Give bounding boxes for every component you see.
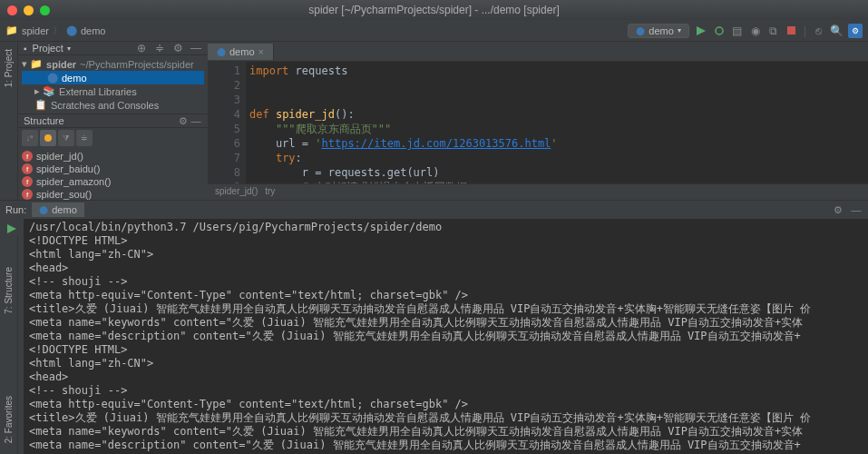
debug-icon[interactable] bbox=[713, 25, 726, 37]
maximize-window[interactable] bbox=[40, 5, 50, 15]
close-window[interactable] bbox=[7, 5, 17, 15]
expand-button[interactable]: ≑ bbox=[76, 130, 93, 146]
window-title: spider [~/PycharmProjects/spider] - .../… bbox=[308, 4, 559, 16]
run-output[interactable]: /usr/local/bin/python3.7 /Users/pig/Pych… bbox=[24, 219, 868, 454]
rerun-icon[interactable] bbox=[5, 222, 18, 235]
python-icon: ⬤ bbox=[636, 26, 645, 35]
stop-icon[interactable] bbox=[785, 25, 798, 37]
project-tree[interactable]: ▾ 📁 spider ~/PycharmProjects/spider ⬤ de… bbox=[18, 55, 208, 114]
code-area[interactable]: 1234567891011 import requests def spider… bbox=[208, 62, 868, 183]
gear-icon[interactable]: ⚙ bbox=[171, 42, 184, 54]
folder-icon: 📁 bbox=[5, 25, 18, 36]
structure-fn[interactable]: fspider_jd() bbox=[22, 150, 204, 163]
structure-toolbar: ↓ᵃ ⧩ ≑ bbox=[18, 128, 208, 148]
main-toolbar: 📁 spider 〉 ⬤ demo ⬤ demo ▾ ▤ ◉ ⧉ | ⎋ 🔍 ⚙ bbox=[0, 20, 868, 42]
svg-point-0 bbox=[716, 27, 723, 35]
minimize-window[interactable] bbox=[24, 5, 34, 15]
tree-external-libs[interactable]: ▸ 📚 External Libraries bbox=[22, 84, 204, 98]
profile-icon[interactable]: ◉ bbox=[749, 25, 762, 37]
project-icon: ▪ bbox=[24, 44, 27, 54]
project-panel-title: Project bbox=[33, 43, 63, 54]
run-tab[interactable]: ⬤ demo bbox=[32, 202, 84, 217]
coverage-icon[interactable]: ▤ bbox=[731, 25, 744, 37]
hide-icon[interactable]: — bbox=[190, 42, 202, 54]
project-panel-header: ▪ Project ▾ ⊕ ≑ ⚙ — bbox=[18, 42, 208, 55]
attach-icon[interactable]: ⧉ bbox=[767, 25, 780, 37]
python-icon: ⬤ bbox=[217, 47, 226, 56]
source[interactable]: import requests def spider_jd(): """爬取京东… bbox=[246, 62, 868, 183]
sort-alpha-button[interactable]: ↓ᵃ bbox=[22, 130, 38, 146]
vcs-icon[interactable]: ⎋ bbox=[812, 25, 824, 37]
svg-rect-1 bbox=[787, 26, 795, 35]
gear-icon[interactable]: ⚙ bbox=[832, 203, 844, 216]
collapse-icon[interactable]: ≑ bbox=[153, 42, 166, 54]
chevron-down-icon: ▾ bbox=[678, 26, 681, 35]
tab-favorites[interactable]: 2: Favorites bbox=[2, 392, 15, 447]
tree-root[interactable]: ▾ 📁 spider ~/PycharmProjects/spider bbox=[22, 57, 204, 71]
editor: ⬤ demo × 1234567891011 import requests d… bbox=[208, 42, 868, 200]
titlebar: spider [~/PycharmProjects/spider] - .../… bbox=[0, 0, 868, 20]
editor-tab-demo[interactable]: ⬤ demo × bbox=[208, 44, 274, 60]
run-label: Run: bbox=[5, 204, 26, 215]
python-icon: ⬤ bbox=[66, 25, 77, 36]
left-tool-tabs: 1: Project bbox=[0, 42, 18, 200]
tab-project[interactable]: 1: Project bbox=[2, 45, 15, 91]
structure-fn[interactable]: fspider_baidu() bbox=[22, 163, 204, 175]
close-icon[interactable]: × bbox=[258, 46, 264, 57]
editor-tabs: ⬤ demo × bbox=[208, 42, 868, 62]
structure-fn[interactable]: fspider_sou() bbox=[22, 188, 204, 201]
gear-icon[interactable]: ⚙ bbox=[177, 114, 190, 127]
filter-button[interactable]: ⧩ bbox=[58, 130, 74, 146]
sort-type-button[interactable] bbox=[40, 130, 56, 146]
tree-scratches[interactable]: 📋 Scratches and Consoles bbox=[22, 98, 204, 112]
hide-icon[interactable]: — bbox=[850, 203, 863, 216]
run-config-selector[interactable]: ⬤ demo ▾ bbox=[628, 24, 689, 38]
structure-fn[interactable]: fspider_amazon() bbox=[22, 175, 204, 188]
breadcrumb-project[interactable]: spider bbox=[22, 25, 49, 36]
hide-icon[interactable]: — bbox=[190, 114, 202, 127]
settings-icon[interactable]: ⚙ bbox=[848, 24, 863, 38]
tree-file-demo[interactable]: ⬤ demo bbox=[22, 71, 204, 84]
run-panel: Run: ⬤ demo ⚙ — ⟳ ↑ ↓ ⇥ 🖨 🗑 /usr/local/b… bbox=[0, 200, 868, 454]
gutter[interactable]: 1234567891011 bbox=[208, 62, 246, 183]
breadcrumb-sep: 〉 bbox=[53, 24, 63, 37]
structure-panel-title: Structure bbox=[24, 115, 64, 126]
scroll-from-source-icon[interactable]: ⊕ bbox=[135, 42, 148, 54]
run-config-label: demo bbox=[649, 25, 674, 36]
search-icon[interactable]: 🔍 bbox=[830, 25, 843, 37]
breadcrumb-file[interactable]: demo bbox=[81, 25, 106, 36]
breadcrumb[interactable]: 📁 spider 〉 ⬤ demo bbox=[5, 24, 106, 37]
tab-structure[interactable]: 7: Structure bbox=[2, 263, 15, 318]
structure-panel-header: Structure ⚙ — bbox=[18, 114, 208, 128]
editor-breadcrumb[interactable]: spider_jd() try bbox=[208, 183, 868, 200]
python-icon: ⬤ bbox=[39, 205, 48, 214]
run-icon[interactable] bbox=[695, 25, 707, 37]
